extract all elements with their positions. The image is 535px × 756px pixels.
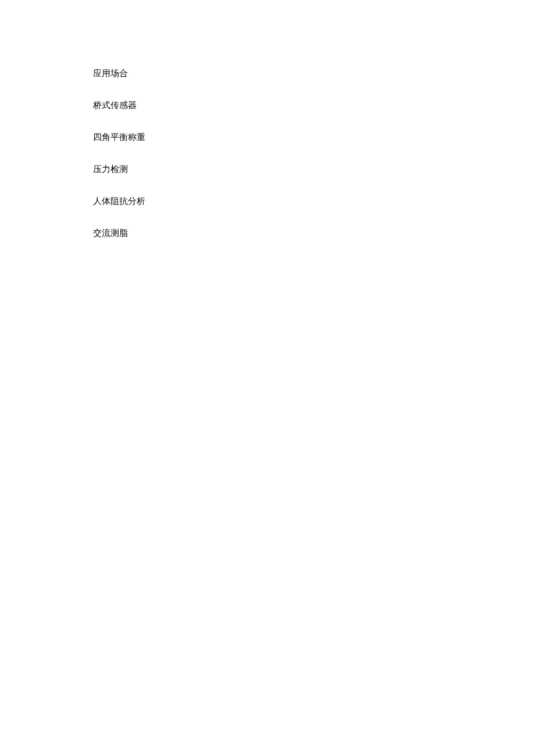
list-item: 压力检测 [93, 163, 535, 175]
list-item-heading: 应用场合 [93, 67, 535, 80]
list-item: 四角平衡称重 [93, 131, 535, 144]
list-item: 人体阻抗分析 [93, 195, 535, 207]
list-item: 交流测脂 [93, 227, 535, 239]
list-item: 桥式传感器 [93, 99, 535, 112]
